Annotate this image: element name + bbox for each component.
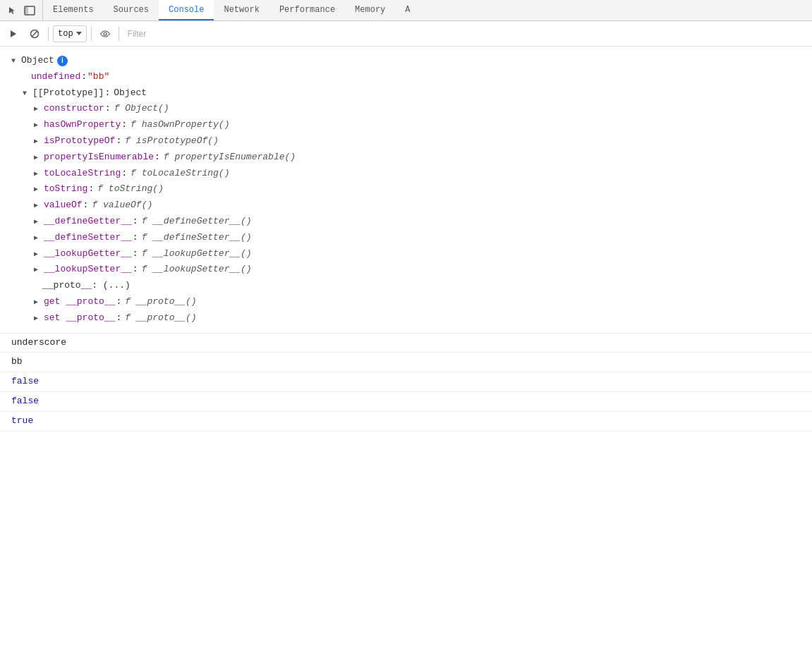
definegetter-key: __defineGetter__ xyxy=(44,214,132,229)
tab-network[interactable]: Network xyxy=(214,0,269,20)
definegetter-expand[interactable] xyxy=(34,216,42,228)
get-proto-expand[interactable] xyxy=(34,297,42,308)
definesetter-expand[interactable] xyxy=(34,233,42,244)
svg-rect-1 xyxy=(25,6,28,15)
definesetter-line: __defineSetter__ : f __defineSetter__() xyxy=(11,230,801,246)
toolbar-divider-1 xyxy=(48,27,49,41)
valueof-expand[interactable] xyxy=(34,200,42,212)
set-proto-key: set __proto__ xyxy=(44,311,115,326)
play-button[interactable] xyxy=(4,25,23,43)
valueof-line: valueOf : f valueOf() xyxy=(11,197,801,214)
output-false-2: false xyxy=(0,392,812,412)
tab-bar: Elements Sources Console Network Perform… xyxy=(0,0,812,21)
toolbar-divider-3 xyxy=(119,27,119,41)
cursor-icon[interactable] xyxy=(4,2,21,19)
definegetter-val: f __defineGetter__() xyxy=(142,214,252,229)
tolocalestring-key: toLocaleString xyxy=(44,166,121,181)
svg-marker-2 xyxy=(11,30,16,37)
propertyisenumerable-line: propertyIsEnumerable : f propertyIsEnume… xyxy=(11,150,801,166)
definesetter-key: __defineSetter__ xyxy=(44,231,132,245)
output-underscore: underscore xyxy=(0,334,812,353)
prototype-line: [[Prototype]] : Object xyxy=(11,85,801,102)
console-content: Object i undefined : "bb" [[Prototype]] … xyxy=(0,47,812,665)
get-proto-key: get __proto__ xyxy=(44,295,115,310)
definegetter-line: __defineGetter__ : f __defineGetter__() xyxy=(11,214,801,230)
prototype-val: Object xyxy=(114,86,147,101)
tab-performance[interactable]: Performance xyxy=(269,0,345,20)
toolbar-tools xyxy=(0,0,43,20)
object-expand-arrow[interactable] xyxy=(11,56,20,67)
tostring-key: toString xyxy=(44,182,87,197)
isprototypeof-line: isPrototypeOf : f isPrototypeOf() xyxy=(11,133,801,150)
prototype-key: [[Prototype]] xyxy=(32,86,104,101)
tab-memory[interactable]: Memory xyxy=(345,0,395,20)
context-selector[interactable]: top xyxy=(53,25,87,42)
propertyisenumerable-expand[interactable] xyxy=(34,152,42,164)
object-root-line: Object i xyxy=(11,53,801,69)
tab-application[interactable]: A xyxy=(395,0,420,20)
propertyisenumerable-val: f propertyIsEnumerable() xyxy=(164,150,296,165)
prototype-expand-arrow[interactable] xyxy=(23,88,31,99)
tolocalestring-expand[interactable] xyxy=(34,169,42,180)
tostring-val: f toString() xyxy=(97,182,164,197)
hasownproperty-line: hasOwnProperty : f hasOwnProperty() xyxy=(11,117,801,133)
proto-static: __proto__: (...) xyxy=(42,279,131,293)
tab-elements[interactable]: Elements xyxy=(43,0,104,20)
output-bb: bb xyxy=(0,353,812,372)
get-proto-val: f __proto__() xyxy=(125,295,196,310)
object-tree: Object i undefined : "bb" [[Prototype]] … xyxy=(0,49,812,331)
tolocalestring-val: f toLocaleString() xyxy=(131,166,229,181)
tostring-line: toString : f toString() xyxy=(11,181,801,197)
constructor-line: constructor : f Object() xyxy=(11,101,801,117)
undefined-line: undefined : "bb" xyxy=(11,69,801,85)
lookupgetter-expand[interactable] xyxy=(34,249,42,260)
object-label: Object xyxy=(21,54,54,68)
output-false-1: false xyxy=(0,372,812,392)
set-proto-expand[interactable] xyxy=(34,313,42,324)
info-badge[interactable]: i xyxy=(57,56,68,66)
set-proto-val: f __proto__() xyxy=(125,311,196,326)
svg-point-5 xyxy=(104,32,107,35)
lookupgetter-key: __lookupGetter__ xyxy=(44,247,132,262)
filter-input[interactable] xyxy=(123,28,808,40)
object-entry: Object i undefined : "bb" [[Prototype]] … xyxy=(0,47,812,334)
undefined-val: "bb" xyxy=(87,70,109,85)
tostring-expand[interactable] xyxy=(34,184,42,195)
tolocalestring-line: toLocaleString : f toLocaleString() xyxy=(11,166,801,182)
panel-icon[interactable] xyxy=(21,2,38,19)
svg-line-4 xyxy=(32,31,37,37)
get-proto-line: get __proto__ : f __proto__() xyxy=(11,294,801,310)
constructor-expand[interactable] xyxy=(34,104,42,115)
isprototypeof-expand[interactable] xyxy=(34,136,42,147)
constructor-key: constructor xyxy=(44,102,104,116)
context-label: top xyxy=(58,29,73,39)
lookupsetter-line: __lookupSetter__ : f __lookupSetter__() xyxy=(11,262,801,278)
tab-console[interactable]: Console xyxy=(159,0,214,20)
lookupsetter-expand[interactable] xyxy=(34,264,42,276)
hasownproperty-key: hasOwnProperty xyxy=(44,118,121,133)
lookupgetter-val: f __lookupGetter__() xyxy=(142,247,252,262)
constructor-val: f Object() xyxy=(114,102,169,116)
isprototypeof-key: isPrototypeOf xyxy=(44,134,115,149)
console-toolbar: top xyxy=(0,21,812,47)
block-button[interactable] xyxy=(25,25,44,43)
tab-sources[interactable]: Sources xyxy=(104,0,159,20)
toolbar-divider-2 xyxy=(91,27,92,41)
hasownproperty-expand[interactable] xyxy=(34,120,42,131)
propertyisenumerable-key: propertyIsEnumerable xyxy=(44,150,154,165)
undefined-key: undefined xyxy=(31,70,80,85)
isprototypeof-val: f isPrototypeOf() xyxy=(125,134,219,149)
hasownproperty-val: f hasOwnProperty() xyxy=(131,118,229,133)
valueof-val: f valueOf() xyxy=(92,198,152,213)
proto-static-line: __proto__: (...) xyxy=(11,278,801,294)
output-true: true xyxy=(0,412,812,432)
set-proto-line: set __proto__ : f __proto__() xyxy=(11,310,801,327)
lookupsetter-key: __lookupSetter__ xyxy=(44,262,132,277)
lookupsetter-val: f __lookupSetter__() xyxy=(142,262,252,277)
lookupgetter-line: __lookupGetter__ : f __lookupGetter__() xyxy=(11,246,801,262)
eye-button[interactable] xyxy=(96,25,114,43)
valueof-key: valueOf xyxy=(44,198,83,213)
definesetter-val: f __defineSetter__() xyxy=(142,231,252,245)
